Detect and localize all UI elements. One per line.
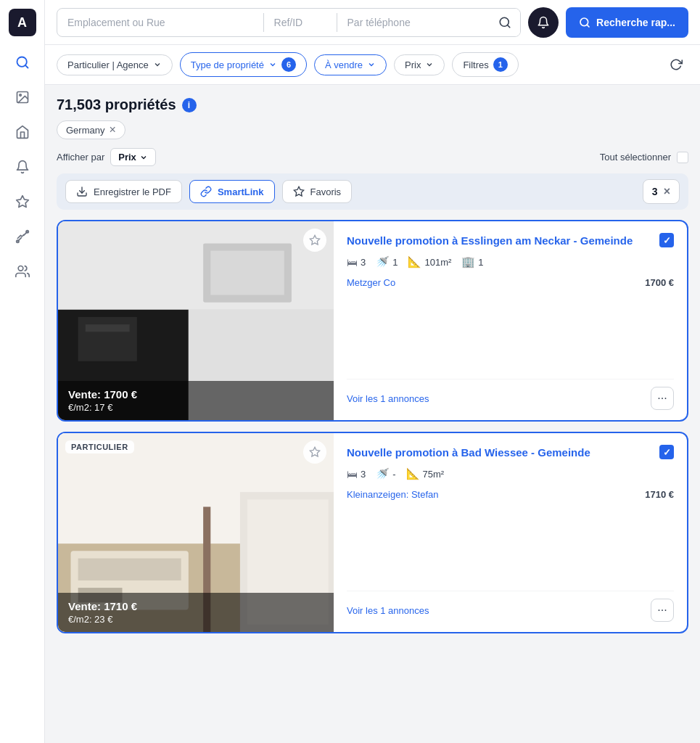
favorite-button-2[interactable]	[303, 440, 326, 464]
favoris-button[interactable]: Favoris	[282, 180, 353, 203]
voir-annonces-1[interactable]: Voir les 1 annonces	[347, 393, 429, 404]
sidebar-item-search[interactable]	[8, 48, 37, 77]
vente-price-1: Vente: 1700 €	[68, 388, 324, 401]
property-checkbox-2[interactable]	[659, 445, 674, 459]
svg-rect-19	[86, 324, 130, 332]
smartlink-button[interactable]: SmartLink	[189, 180, 275, 203]
property-card-1: Vente: 1700 € €/m2: 17 € Nouvelle promot…	[57, 220, 688, 422]
filtres-button[interactable]: Filtres 1	[452, 52, 518, 77]
refresh-button[interactable]	[664, 52, 688, 77]
card-info-2: Nouvelle promotion à Bad Wiessee - Gemei…	[334, 433, 687, 632]
sidebar-item-bell[interactable]	[8, 152, 37, 181]
svg-line-1	[25, 65, 28, 68]
select-all-checkbox[interactable]	[677, 152, 688, 163]
floor-icon: 🏢	[461, 255, 475, 268]
search-button[interactable]	[490, 9, 520, 36]
sidebar-item-home[interactable]	[8, 118, 37, 147]
favorite-button-1[interactable]	[303, 229, 326, 252]
svg-point-7	[18, 266, 23, 271]
bath-icon-2: 🚿	[376, 467, 390, 480]
agent-name-1[interactable]: Metzger Co	[347, 277, 395, 288]
sort-row: Afficher par Prix Tout sélectionner	[57, 148, 688, 166]
baths-feature-1: 🚿 1	[376, 255, 398, 268]
prix-filter[interactable]: Prix	[394, 54, 445, 75]
properties-header: 71,503 propriétés i	[57, 97, 688, 113]
app-logo[interactable]: A	[9, 9, 36, 36]
floor-feature-1: 🏢 1	[461, 255, 483, 268]
voir-annonces-2[interactable]: Voir les 1 annonces	[347, 605, 429, 616]
location-input[interactable]	[57, 9, 263, 36]
content-area: 71,503 propriétés i Germany × Afficher p…	[45, 85, 700, 743]
vente-price-2: Vente: 1710 €	[68, 600, 324, 612]
svg-line-11	[587, 25, 589, 27]
svg-rect-21	[210, 251, 284, 295]
svg-marker-22	[310, 235, 319, 245]
svg-rect-18	[78, 317, 137, 361]
area-icon-2: 📐	[406, 467, 420, 480]
action-bar: Enregistrer le PDF SmartLink Favoris 3 ×	[57, 173, 688, 210]
agent-name-2[interactable]: Kleinanzeigen: Stefan	[347, 489, 438, 500]
property-title-1[interactable]: Nouvelle promotion à Esslingen am Neckar…	[347, 233, 654, 248]
svg-point-3	[19, 94, 20, 97]
select-all: Tout sélectionner	[600, 152, 688, 163]
sidebar-item-star[interactable]	[8, 187, 37, 216]
card-footer-1: Voir les 1 annonces ···	[347, 379, 674, 410]
phone-input[interactable]	[337, 9, 490, 36]
close-favoris-icon[interactable]: ×	[664, 185, 670, 198]
sidebar-item-users[interactable]	[8, 257, 37, 286]
a-vendre-filter[interactable]: À vendre	[314, 54, 387, 75]
card-agent-row-1: Metzger Co 1700 €	[347, 277, 674, 288]
main-area: Recherche rap... Particulier | Agence Ty…	[45, 0, 700, 743]
svg-marker-13	[294, 186, 303, 196]
area-icon: 📐	[408, 255, 421, 268]
svg-marker-32	[310, 447, 319, 456]
card-agent-row-2: Kleinanzeigen: Stefan 1710 €	[347, 489, 674, 500]
area-feature-2: 📐 75m²	[406, 467, 445, 480]
ref-input[interactable]	[264, 9, 337, 36]
recherche-rapide-button[interactable]: Recherche rap...	[566, 7, 688, 38]
sidebar: A	[0, 0, 45, 743]
search-bar	[57, 8, 521, 37]
price-sqm-2: €/m2: 23 €	[68, 614, 324, 625]
area-feature-1: 📐 101m²	[408, 255, 451, 268]
property-checkbox-1[interactable]	[659, 233, 674, 247]
card-title-row-2: Nouvelle promotion à Bad Wiessee - Gemei…	[347, 445, 674, 460]
type-propriete-filter[interactable]: Type de propriété 6	[180, 52, 307, 77]
property-title-2[interactable]: Nouvelle promotion à Bad Wiessee - Gemei…	[347, 445, 654, 460]
svg-rect-15	[58, 221, 334, 310]
bath-icon: 🚿	[376, 255, 390, 268]
more-options-button-2[interactable]: ···	[651, 599, 674, 622]
sidebar-item-image[interactable]	[8, 83, 37, 112]
favoris-count-badge[interactable]: 3 ×	[643, 179, 680, 204]
save-pdf-button[interactable]: Enregistrer le PDF	[65, 180, 182, 203]
tag-close-icon[interactable]: ×	[109, 124, 115, 136]
bed-icon: 🛏	[347, 256, 358, 268]
notification-button[interactable]	[528, 7, 559, 38]
bed-icon-2: 🛏	[347, 468, 358, 480]
price-overlay-1: Vente: 1700 € €/m2: 17 €	[58, 381, 334, 420]
beds-feature-2: 🛏 3	[347, 468, 366, 480]
agent-price-2: 1710 €	[645, 489, 674, 500]
type-propriete-badge: 6	[281, 57, 296, 72]
svg-rect-27	[78, 559, 181, 580]
filtres-badge: 1	[493, 57, 508, 72]
properties-count: 71,503 propriétés i	[57, 97, 197, 113]
particulier-agence-filter[interactable]: Particulier | Agence	[57, 54, 173, 75]
price-overlay-2: Vente: 1710 € €/m2: 23 €	[58, 593, 334, 632]
property-card-2: PARTICULIER Vente: 1710 € €/m2: 23 € Nou…	[57, 432, 688, 633]
particulier-badge-2: PARTICULIER	[65, 440, 134, 453]
property-image-1: Vente: 1700 € €/m2: 17 €	[58, 221, 334, 420]
property-image-2: PARTICULIER Vente: 1710 € €/m2: 23 €	[58, 433, 334, 632]
agent-price-1: 1700 €	[645, 277, 674, 288]
germany-tag[interactable]: Germany ×	[57, 120, 125, 139]
sort-value-button[interactable]: Prix	[110, 148, 156, 166]
card-info-1: Nouvelle promotion à Esslingen am Neckar…	[334, 221, 687, 420]
price-sqm-1: €/m2: 17 €	[68, 402, 324, 413]
sort-label: Afficher par Prix	[57, 148, 156, 166]
card-features-1: 🛏 3 🚿 1 📐 101m² 🏢 1	[347, 255, 674, 268]
svg-marker-4	[16, 196, 28, 208]
sidebar-item-handshake[interactable]	[8, 222, 37, 251]
more-options-button-1[interactable]: ···	[651, 387, 674, 410]
baths-feature-2: 🚿 -	[376, 467, 395, 480]
info-icon[interactable]: i	[182, 98, 197, 112]
